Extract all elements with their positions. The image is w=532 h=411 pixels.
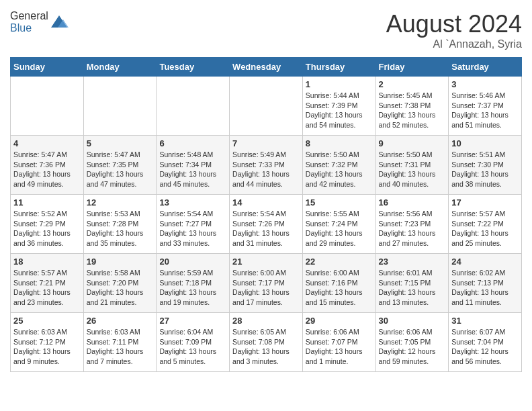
day-number: 16 (379, 197, 446, 208)
day-number: 21 (232, 257, 300, 267)
table-row: 29Sunrise: 6:06 AM Sunset: 7:07 PM Dayli… (302, 313, 375, 372)
page-header: General Blue August 2024 Al `Annazah, Sy… (10, 10, 522, 50)
day-number: 17 (451, 197, 519, 208)
table-row: 31Sunrise: 6:07 AM Sunset: 7:04 PM Dayli… (449, 313, 522, 372)
header-monday: Monday (83, 58, 157, 77)
day-info: Sunrise: 5:52 AM Sunset: 7:29 PM Dayligh… (13, 209, 81, 248)
day-number: 6 (159, 138, 226, 148)
day-info: Sunrise: 6:03 AM Sunset: 7:11 PM Dayligh… (87, 327, 154, 367)
day-info: Sunrise: 5:48 AM Sunset: 7:34 PM Dayligh… (159, 150, 226, 189)
day-number: 8 (306, 138, 373, 148)
day-number: 9 (379, 138, 446, 148)
day-number: 18 (13, 257, 81, 267)
day-number: 13 (159, 197, 226, 208)
location: Al `Annazah, Syria (386, 38, 522, 50)
day-number: 25 (13, 316, 81, 326)
calendar-week-row: 18Sunrise: 5:57 AM Sunset: 7:21 PM Dayli… (11, 254, 522, 313)
table-row: 11Sunrise: 5:52 AM Sunset: 7:29 PM Dayli… (11, 195, 84, 254)
table-row: 27Sunrise: 6:04 AM Sunset: 7:09 PM Dayli… (157, 313, 230, 372)
table-row: 20Sunrise: 5:59 AM Sunset: 7:18 PM Dayli… (157, 254, 230, 313)
calendar-table: Sunday Monday Tuesday Wednesday Thursday… (10, 57, 522, 372)
table-row (157, 77, 230, 136)
table-row: 6Sunrise: 5:48 AM Sunset: 7:34 PM Daylig… (157, 136, 230, 195)
day-number: 2 (379, 79, 446, 89)
day-info: Sunrise: 5:45 AM Sunset: 7:38 PM Dayligh… (379, 91, 446, 130)
day-info: Sunrise: 5:50 AM Sunset: 7:32 PM Dayligh… (306, 150, 373, 189)
day-number: 11 (13, 197, 81, 208)
table-row: 28Sunrise: 6:05 AM Sunset: 7:08 PM Dayli… (230, 313, 303, 372)
day-info: Sunrise: 6:06 AM Sunset: 7:05 PM Dayligh… (379, 327, 446, 367)
table-row: 15Sunrise: 5:55 AM Sunset: 7:24 PM Dayli… (302, 195, 375, 254)
header-thursday: Thursday (302, 58, 375, 77)
calendar-week-row: 4Sunrise: 5:47 AM Sunset: 7:36 PM Daylig… (11, 136, 522, 195)
day-info: Sunrise: 5:58 AM Sunset: 7:20 PM Dayligh… (87, 268, 154, 308)
day-info: Sunrise: 6:07 AM Sunset: 7:04 PM Dayligh… (451, 327, 519, 367)
day-number: 7 (232, 138, 300, 148)
day-number: 22 (306, 257, 373, 267)
day-info: Sunrise: 6:00 AM Sunset: 7:16 PM Dayligh… (306, 268, 373, 308)
logo-icon (50, 13, 69, 32)
day-info: Sunrise: 5:50 AM Sunset: 7:31 PM Dayligh… (379, 150, 446, 189)
day-number: 30 (379, 316, 446, 326)
day-info: Sunrise: 6:00 AM Sunset: 7:17 PM Dayligh… (232, 268, 300, 308)
calendar-header-row: Sunday Monday Tuesday Wednesday Thursday… (11, 58, 522, 77)
table-row (11, 77, 84, 136)
day-info: Sunrise: 5:49 AM Sunset: 7:33 PM Dayligh… (232, 150, 300, 189)
day-info: Sunrise: 6:03 AM Sunset: 7:12 PM Dayligh… (13, 327, 81, 367)
day-info: Sunrise: 5:51 AM Sunset: 7:30 PM Dayligh… (451, 150, 519, 189)
day-number: 23 (379, 257, 446, 267)
day-info: Sunrise: 5:54 AM Sunset: 7:27 PM Dayligh… (159, 209, 226, 248)
table-row: 23Sunrise: 6:01 AM Sunset: 7:15 PM Dayli… (375, 254, 449, 313)
day-number: 20 (159, 257, 226, 267)
table-row: 19Sunrise: 5:58 AM Sunset: 7:20 PM Dayli… (83, 254, 157, 313)
day-info: Sunrise: 5:53 AM Sunset: 7:28 PM Dayligh… (87, 209, 154, 248)
day-info: Sunrise: 5:54 AM Sunset: 7:26 PM Dayligh… (232, 209, 300, 248)
header-sunday: Sunday (11, 58, 84, 77)
day-info: Sunrise: 5:57 AM Sunset: 7:22 PM Dayligh… (451, 209, 519, 248)
day-info: Sunrise: 5:59 AM Sunset: 7:18 PM Dayligh… (159, 268, 226, 308)
day-number: 10 (451, 138, 519, 148)
table-row: 13Sunrise: 5:54 AM Sunset: 7:27 PM Dayli… (157, 195, 230, 254)
day-number: 4 (13, 138, 81, 148)
table-row: 1Sunrise: 5:44 AM Sunset: 7:39 PM Daylig… (302, 77, 375, 136)
table-row: 14Sunrise: 5:54 AM Sunset: 7:26 PM Dayli… (230, 195, 303, 254)
table-row: 4Sunrise: 5:47 AM Sunset: 7:36 PM Daylig… (11, 136, 84, 195)
table-row: 12Sunrise: 5:53 AM Sunset: 7:28 PM Dayli… (83, 195, 157, 254)
day-info: Sunrise: 5:47 AM Sunset: 7:36 PM Dayligh… (13, 150, 81, 189)
table-row: 8Sunrise: 5:50 AM Sunset: 7:32 PM Daylig… (302, 136, 375, 195)
day-number: 5 (87, 138, 154, 148)
header-tuesday: Tuesday (157, 58, 230, 77)
calendar-week-row: 11Sunrise: 5:52 AM Sunset: 7:29 PM Dayli… (11, 195, 522, 254)
day-info: Sunrise: 5:46 AM Sunset: 7:37 PM Dayligh… (451, 91, 519, 130)
day-number: 29 (306, 316, 373, 326)
day-number: 15 (306, 197, 373, 208)
day-number: 27 (159, 316, 226, 326)
table-row: 2Sunrise: 5:45 AM Sunset: 7:38 PM Daylig… (375, 77, 449, 136)
table-row: 18Sunrise: 5:57 AM Sunset: 7:21 PM Dayli… (11, 254, 84, 313)
logo-blue-text: Blue (10, 22, 32, 34)
day-info: Sunrise: 5:57 AM Sunset: 7:21 PM Dayligh… (13, 268, 81, 308)
header-friday: Friday (375, 58, 449, 77)
header-wednesday: Wednesday (230, 58, 303, 77)
day-number: 3 (451, 79, 519, 89)
month-title: August 2024 (386, 10, 522, 38)
day-info: Sunrise: 6:06 AM Sunset: 7:07 PM Dayligh… (306, 327, 373, 367)
calendar-week-row: 1Sunrise: 5:44 AM Sunset: 7:39 PM Daylig… (11, 77, 522, 136)
table-row (230, 77, 303, 136)
day-number: 31 (451, 316, 519, 326)
table-row: 9Sunrise: 5:50 AM Sunset: 7:31 PM Daylig… (375, 136, 449, 195)
day-info: Sunrise: 5:56 AM Sunset: 7:23 PM Dayligh… (379, 209, 446, 248)
day-number: 12 (87, 197, 154, 208)
day-info: Sunrise: 6:05 AM Sunset: 7:08 PM Dayligh… (232, 327, 300, 367)
table-row: 7Sunrise: 5:49 AM Sunset: 7:33 PM Daylig… (230, 136, 303, 195)
table-row: 30Sunrise: 6:06 AM Sunset: 7:05 PM Dayli… (375, 313, 449, 372)
table-row: 5Sunrise: 5:47 AM Sunset: 7:35 PM Daylig… (83, 136, 157, 195)
table-row: 3Sunrise: 5:46 AM Sunset: 7:37 PM Daylig… (449, 77, 522, 136)
day-info: Sunrise: 5:55 AM Sunset: 7:24 PM Dayligh… (306, 209, 373, 248)
title-block: August 2024 Al `Annazah, Syria (386, 10, 522, 50)
day-number: 28 (232, 316, 300, 326)
logo-general-text: General (10, 10, 48, 21)
table-row: 16Sunrise: 5:56 AM Sunset: 7:23 PM Dayli… (375, 195, 449, 254)
day-info: Sunrise: 6:01 AM Sunset: 7:15 PM Dayligh… (379, 268, 446, 308)
day-number: 24 (451, 257, 519, 267)
